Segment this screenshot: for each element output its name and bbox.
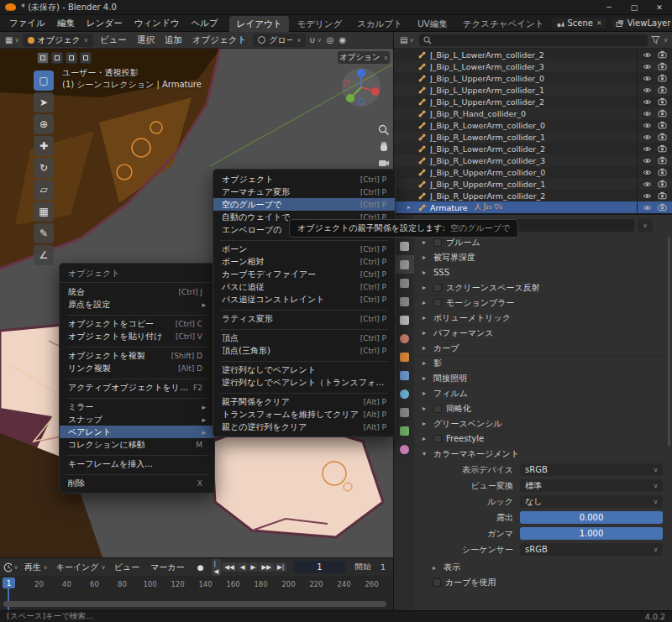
menu-item[interactable]: カーブモディファイアー [Ctrl] P bbox=[213, 268, 395, 280]
properties-section[interactable]: グリースペンシル bbox=[414, 416, 672, 431]
menu-item[interactable]: オブジェクトを貼り付け [Ctrl] V bbox=[60, 330, 214, 342]
outliner-row[interactable]: J_Bip_L_UpperArm_collider_0 bbox=[394, 72, 672, 84]
tool-button[interactable]: ⊕ bbox=[34, 114, 54, 134]
zoom-icon[interactable] bbox=[378, 124, 390, 136]
tool-button[interactable]: ▢ bbox=[34, 71, 54, 91]
camera-icon[interactable] bbox=[658, 203, 667, 212]
properties-tab[interactable] bbox=[394, 403, 414, 421]
workspace-tab[interactable]: モデリング bbox=[289, 16, 349, 32]
eye-icon[interactable] bbox=[643, 122, 652, 129]
timeline-menu[interactable]: キーイング∨ bbox=[52, 560, 110, 575]
section-checkbox[interactable] bbox=[433, 284, 442, 292]
outliner-editor-icon[interactable]: ▤∨ bbox=[398, 35, 416, 44]
menu-item[interactable]: オブジェクトをコピー [Ctrl] C bbox=[60, 317, 214, 330]
outliner-row[interactable]: J_Bip_R_LowerArm_collider_2 bbox=[394, 143, 672, 154]
properties-tab[interactable] bbox=[394, 237, 414, 255]
maximize-button[interactable]: □ bbox=[622, 0, 647, 15]
camera-icon[interactable] bbox=[658, 133, 667, 141]
camera-icon[interactable] bbox=[658, 168, 667, 176]
camera-icon[interactable] bbox=[658, 50, 667, 59]
menu-item[interactable]: 逆行列なしでペアレント（トランスフォーム維持） bbox=[213, 376, 395, 389]
properties-tab[interactable] bbox=[394, 348, 414, 366]
timeline-menu[interactable]: ビュー bbox=[110, 560, 146, 575]
auto-keying-icon[interactable]: ● bbox=[195, 562, 207, 572]
properties-section[interactable]: カラーマネージメント bbox=[414, 447, 672, 462]
setting-dropdown[interactable]: なし∨ bbox=[520, 495, 663, 508]
snap-magnet-icon[interactable]: ∪∨ bbox=[307, 35, 323, 44]
properties-section[interactable]: SSS bbox=[414, 265, 672, 280]
viewport-menu[interactable]: 選択 bbox=[132, 33, 160, 48]
eye-icon[interactable] bbox=[643, 110, 652, 118]
tool-button[interactable]: ∠ bbox=[34, 245, 54, 265]
menu-item[interactable]: パスに追従 [Ctrl] P bbox=[213, 280, 395, 293]
properties-tab[interactable] bbox=[394, 274, 414, 292]
menu-item[interactable] bbox=[66, 452, 207, 456]
camera-icon[interactable] bbox=[658, 156, 667, 165]
menu-item[interactable] bbox=[66, 395, 207, 399]
properties-section[interactable]: スクリーンスペース反射 bbox=[414, 280, 672, 295]
camera-icon[interactable] bbox=[658, 180, 667, 188]
eye-icon[interactable] bbox=[643, 157, 652, 165]
outliner-row[interactable]: J_Bip_R_LowerArm_collider_1 bbox=[394, 131, 672, 143]
properties-tab[interactable] bbox=[394, 329, 414, 348]
menu-item[interactable]: オブジェクト [Ctrl] P bbox=[213, 173, 395, 186]
properties-tab[interactable] bbox=[394, 421, 414, 440]
tool-button[interactable]: ✚ bbox=[34, 136, 54, 156]
properties-section[interactable]: 被写界深度 bbox=[414, 250, 672, 265]
playhead[interactable]: 1 bbox=[3, 578, 15, 588]
topbar-menu[interactable]: レンダー bbox=[81, 16, 129, 31]
viewport-menu[interactable]: 追加 bbox=[160, 33, 187, 48]
menu-item[interactable]: 親との逆行列をクリア [Alt] P bbox=[213, 421, 395, 433]
eye-icon[interactable] bbox=[643, 145, 652, 153]
menu-item[interactable]: リンク複製 [Alt] D bbox=[60, 362, 214, 374]
properties-section[interactable]: カーブ bbox=[414, 341, 672, 356]
menu-item[interactable]: パス追従コンストレイント [Ctrl] P bbox=[213, 293, 395, 306]
timeline-editor-icon[interactable] bbox=[3, 562, 12, 572]
use-curves-checkbox[interactable] bbox=[433, 578, 441, 587]
transport-button[interactable]: ▶ bbox=[249, 562, 259, 572]
eye-icon[interactable] bbox=[643, 180, 652, 188]
navigation-gizmo[interactable] bbox=[339, 65, 383, 109]
menu-item[interactable]: ペアレント ▸ bbox=[60, 426, 214, 438]
tool-button[interactable]: ↻ bbox=[34, 158, 54, 178]
topbar-menu[interactable]: ヘルプ bbox=[185, 16, 223, 31]
properties-section[interactable]: 簡略化 bbox=[414, 401, 672, 416]
properties-tab[interactable] bbox=[394, 366, 414, 384]
section-checkbox[interactable] bbox=[433, 299, 442, 307]
setting-slider[interactable]: 0.000 bbox=[520, 511, 663, 524]
outliner-row[interactable]: J_Bip_L_UpperArm_collider_1 bbox=[394, 84, 672, 96]
menu-item[interactable] bbox=[66, 312, 207, 316]
setting-dropdown[interactable]: sRGB∨ bbox=[520, 463, 663, 476]
transport-button[interactable]: ▶| bbox=[275, 562, 286, 572]
menu-item[interactable]: オブジェクトを複製 [Shift] D bbox=[60, 349, 214, 362]
eye-icon[interactable] bbox=[643, 75, 652, 82]
timeline-menu[interactable]: マーカー bbox=[146, 560, 191, 575]
eye-icon[interactable] bbox=[643, 192, 652, 200]
outliner-row[interactable]: J_Bip_R_Hand_collider_0 bbox=[394, 107, 672, 119]
camera-icon[interactable] bbox=[658, 191, 667, 200]
select-mode-intersect-icon[interactable] bbox=[80, 52, 92, 64]
select-mode-new-icon[interactable] bbox=[37, 52, 49, 64]
menu-item[interactable]: アクティブオブジェクトをリネーム... F2 bbox=[60, 381, 214, 394]
menu-item[interactable]: キーフレームを挿入... bbox=[60, 457, 214, 470]
camera-icon[interactable] bbox=[658, 97, 667, 106]
camera-icon[interactable] bbox=[658, 86, 667, 94]
properties-tab[interactable] bbox=[394, 440, 414, 458]
menu-item[interactable]: 原点を設定 ▸ bbox=[60, 298, 214, 311]
outliner-row[interactable]: J_Bip_R_LowerArm_collider_0 bbox=[394, 119, 672, 131]
properties-tab[interactable] bbox=[394, 384, 414, 403]
camera-icon[interactable] bbox=[658, 109, 667, 118]
camera-view-icon[interactable] bbox=[378, 158, 390, 168]
eye-icon[interactable] bbox=[643, 98, 652, 106]
menu-item[interactable]: 親子関係をクリア [Alt] P bbox=[213, 395, 395, 408]
pan-hand-icon[interactable] bbox=[378, 141, 390, 153]
expand-icon[interactable]: ▸ bbox=[407, 204, 414, 211]
panel-divider[interactable] bbox=[394, 213, 672, 215]
overlays-icon[interactable]: ◉ bbox=[338, 35, 349, 44]
setting-dropdown[interactable]: 標準∨ bbox=[520, 479, 663, 492]
eye-icon[interactable] bbox=[643, 86, 652, 94]
menu-item[interactable]: アーマチュア変形 [Ctrl] P bbox=[213, 186, 395, 198]
scene-selector[interactable]: Scene ✕ bbox=[552, 18, 606, 29]
outliner-row[interactable]: J_Bip_R_UpperArm_collider_2 bbox=[394, 190, 672, 201]
properties-tab[interactable] bbox=[394, 292, 414, 311]
